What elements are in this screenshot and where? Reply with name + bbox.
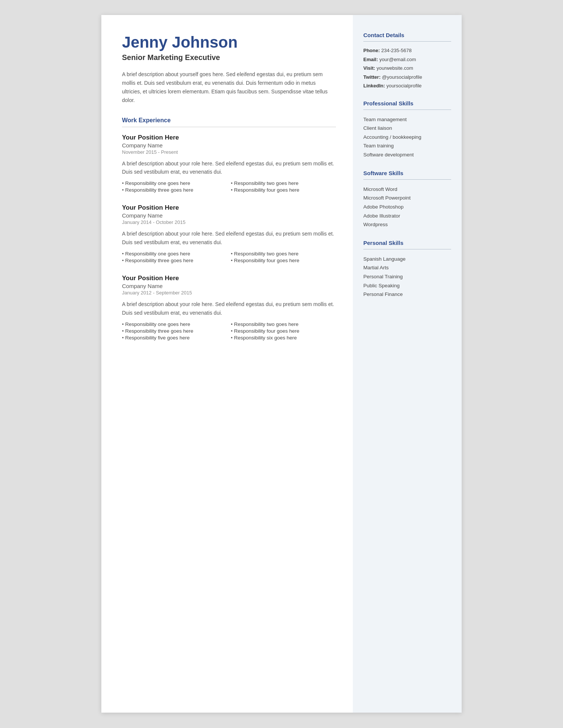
resp-item: Responsibility two goes here xyxy=(231,180,336,186)
software-skills-divider xyxy=(363,179,451,180)
skill-item: Martial Arts xyxy=(363,263,451,272)
job-company: Company Name xyxy=(122,283,336,289)
contact-label: LinkedIn: xyxy=(363,83,385,89)
candidate-name: Jenny Johnson xyxy=(122,34,336,51)
contact-value: @yoursocialprofile xyxy=(382,74,422,80)
professional-skills-divider xyxy=(363,110,451,110)
contact-label: Visit: xyxy=(363,65,375,71)
skill-item: Public Speaking xyxy=(363,281,451,290)
contact-section: Contact Details Phone: 234-235-5678Email… xyxy=(363,32,451,90)
job-dates: January 2012 - September 2015 xyxy=(122,290,336,296)
professional-skills-list: Team managementClient liaisonAccounting … xyxy=(363,115,451,159)
skill-item: Wordpress xyxy=(363,220,451,229)
job-company: Company Name xyxy=(122,212,336,219)
skill-item: Accounting / bookkeeping xyxy=(363,133,451,142)
jobs-container: Your Position Here Company Name November… xyxy=(122,134,336,341)
contact-item-4: LinkedIn: yoursocialprofile xyxy=(363,82,451,90)
skill-item: Team management xyxy=(363,115,451,124)
skill-item: Software development xyxy=(363,150,451,159)
resp-item: Responsibility four goes here xyxy=(231,328,336,334)
resp-item: Responsibility four goes here xyxy=(231,258,336,263)
contact-value: your@email.com xyxy=(379,57,416,62)
professional-skills-section: Professional Skills Team managementClien… xyxy=(363,100,451,159)
contact-items: Phone: 234-235-5678Email: your@email.com… xyxy=(363,47,451,90)
work-experience-divider xyxy=(122,127,336,127)
resp-item: Responsibility two goes here xyxy=(231,251,336,257)
job-company: Company Name xyxy=(122,142,336,149)
personal-skills-list: Spanish LanguageMartial ArtsPersonal Tra… xyxy=(363,255,451,299)
contact-label: Twitter: xyxy=(363,74,381,80)
skill-item: Client liaison xyxy=(363,124,451,133)
contact-label: Phone: xyxy=(363,48,380,53)
sidebar: Contact Details Phone: 234-235-5678Email… xyxy=(353,15,462,713)
skill-item: Spanish Language xyxy=(363,255,451,264)
resp-item: Responsibility three goes here xyxy=(122,258,227,263)
contact-item-3: Twitter: @yoursocialprofile xyxy=(363,74,451,81)
contact-item-1: Email: your@email.com xyxy=(363,56,451,63)
contact-label: Email: xyxy=(363,57,378,62)
job-desc: A brief description about your role here… xyxy=(122,230,336,246)
resp-item: Responsibility one goes here xyxy=(122,321,227,327)
contact-item-2: Visit: yourwebsite.com xyxy=(363,65,451,72)
resp-item: Responsibility four goes here xyxy=(231,187,336,193)
job-2: Your Position Here Company Name January … xyxy=(122,275,336,341)
skill-item: Microsoft Word xyxy=(363,185,451,194)
job-1: Your Position Here Company Name January … xyxy=(122,204,336,263)
resp-item: Responsibility two goes here xyxy=(231,321,336,327)
personal-skills-heading: Personal Skills xyxy=(363,240,451,246)
resp-item: Responsibility three goes here xyxy=(122,328,227,334)
work-experience-heading: Work Experience xyxy=(122,117,336,124)
main-column: Jenny Johnson Senior Marketing Executive… xyxy=(101,15,353,713)
resp-item: Responsibility six goes here xyxy=(231,335,336,341)
skill-item: Personal Finance xyxy=(363,290,451,299)
job-title: Your Position Here xyxy=(122,134,336,141)
resp-item: Responsibility five goes here xyxy=(122,335,227,341)
candidate-title: Senior Marketing Executive xyxy=(122,53,336,62)
resp-item: Responsibility three goes here xyxy=(122,187,227,193)
software-skills-list: Microsoft WordMicrosoft PowerpointAdobe … xyxy=(363,185,451,229)
job-dates: November 2015 - Present xyxy=(122,149,336,155)
bio-text: A brief description about yourself goes … xyxy=(122,70,336,105)
personal-skills-section: Personal Skills Spanish LanguageMartial … xyxy=(363,240,451,299)
job-0: Your Position Here Company Name November… xyxy=(122,134,336,193)
contact-value: yourwebsite.com xyxy=(376,65,413,71)
contact-divider xyxy=(363,41,451,42)
job-dates: January 2014 - October 2015 xyxy=(122,219,336,225)
skill-item: Adobe Illustrator xyxy=(363,212,451,221)
software-skills-heading: Software Skills xyxy=(363,170,451,176)
skill-item: Personal Training xyxy=(363,272,451,281)
job-desc: A brief description about your role here… xyxy=(122,159,336,176)
responsibilities-grid: Responsibility one goes hereResponsibili… xyxy=(122,251,336,263)
skill-item: Microsoft Powerpoint xyxy=(363,194,451,203)
contact-heading: Contact Details xyxy=(363,32,451,38)
resp-item: Responsibility one goes here xyxy=(122,180,227,186)
resume-paper: Jenny Johnson Senior Marketing Executive… xyxy=(101,15,462,713)
responsibilities-grid: Responsibility one goes hereResponsibili… xyxy=(122,180,336,193)
skill-item: Adobe Photoshop xyxy=(363,203,451,212)
skill-item: Team training xyxy=(363,141,451,150)
contact-value: yoursocialprofile xyxy=(386,83,421,89)
responsibilities-grid: Responsibility one goes hereResponsibili… xyxy=(122,321,336,341)
resp-item: Responsibility one goes here xyxy=(122,251,227,257)
contact-item-0: Phone: 234-235-5678 xyxy=(363,47,451,54)
software-skills-section: Software Skills Microsoft WordMicrosoft … xyxy=(363,170,451,229)
personal-skills-divider xyxy=(363,249,451,249)
professional-skills-heading: Professional Skills xyxy=(363,100,451,107)
contact-value: 234-235-5678 xyxy=(381,48,412,53)
job-title: Your Position Here xyxy=(122,275,336,282)
job-title: Your Position Here xyxy=(122,204,336,212)
job-desc: A brief description about your role here… xyxy=(122,300,336,317)
